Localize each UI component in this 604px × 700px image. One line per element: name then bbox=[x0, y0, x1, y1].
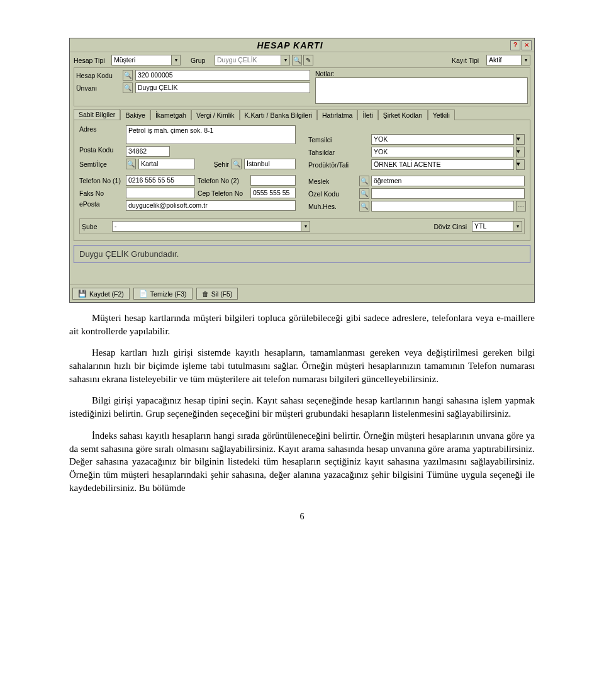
ozel-kodu-label: Özel Kodu bbox=[308, 190, 357, 198]
temsilci-label: Temsilci bbox=[308, 136, 357, 144]
clear-button[interactable]: 📄Temizle (F3) bbox=[133, 288, 193, 300]
tab-yetkili[interactable]: Yetkili bbox=[428, 110, 455, 120]
sehir-field[interactable]: İstanbul bbox=[244, 159, 296, 169]
search-icon[interactable]: 🔍 bbox=[359, 188, 369, 199]
adres-label: Adres bbox=[79, 125, 123, 144]
notlar-label: Notlar: bbox=[315, 70, 335, 77]
search-icon[interactable]: 🔍 bbox=[123, 82, 133, 93]
cep-label: Cep Telefon No bbox=[198, 189, 248, 197]
meslek-field[interactable]: öğretmen bbox=[371, 176, 525, 186]
titlebar: HESAP KARTI ? ✕ bbox=[70, 38, 534, 52]
search-icon[interactable]: 🔍 bbox=[359, 201, 369, 212]
adres-field[interactable]: Petrol iş mah. çimen sok. 8-1 bbox=[126, 125, 296, 144]
produktor-field[interactable]: ÖRNEK TALİ ACENTE bbox=[371, 159, 514, 170]
semt-label: Semt/İlçe bbox=[79, 161, 123, 168]
telefon1-field[interactable]: 0216 555 55 55 bbox=[126, 175, 195, 186]
tab-hatirlatma[interactable]: Hatırlatma bbox=[317, 110, 357, 120]
body-paragraph: Bilgi girişi yapacağınız hesap tipini se… bbox=[69, 394, 535, 420]
save-button[interactable]: 💾Kaydet (F2) bbox=[72, 288, 130, 300]
detail-icon[interactable]: ⋯ bbox=[516, 201, 526, 212]
save-icon: 💾 bbox=[78, 290, 87, 298]
tahsildar-field[interactable]: YOK bbox=[371, 147, 514, 157]
eposta-field[interactable]: duygucelik@polisoft.com.tr bbox=[126, 200, 296, 211]
search-icon[interactable]: 🔍 bbox=[359, 176, 369, 186]
telefon1-label: Telefon No (1) bbox=[79, 177, 123, 184]
chevron-down-icon: ▾ bbox=[281, 55, 290, 65]
kayit-tipi-label: Kayıt Tipi bbox=[452, 57, 486, 64]
status-text: Duygu ÇELİK Grubundadır. bbox=[74, 245, 530, 263]
close-icon[interactable]: ✕ bbox=[522, 40, 532, 50]
doviz-select[interactable]: YTL ▾ bbox=[472, 221, 522, 232]
help-icon[interactable]: ? bbox=[510, 40, 520, 50]
chevron-down-icon[interactable]: ▾ bbox=[516, 134, 525, 145]
grup-select[interactable]: Duygu ÇELİK ▾ bbox=[215, 55, 290, 65]
window-title: HESAP KARTI bbox=[70, 40, 510, 50]
sehir-label: Şehir bbox=[198, 161, 229, 168]
sube-select[interactable]: - ▾ bbox=[112, 221, 310, 232]
semt-field[interactable]: Kartal bbox=[138, 159, 195, 169]
tab-vergi-kimlik[interactable]: Vergi / Kimlik bbox=[191, 110, 240, 120]
clear-icon: 📄 bbox=[139, 290, 148, 298]
hesap-kodu-label: Hesap Kodu bbox=[76, 72, 120, 79]
faks-field[interactable] bbox=[126, 188, 195, 198]
chevron-down-icon: ▾ bbox=[172, 55, 181, 65]
footer-toolbar: 💾Kaydet (F2) 📄Temizle (F3) 🗑Sil (F5) bbox=[70, 285, 534, 302]
unvani-field[interactable]: Duygu ÇELİK bbox=[135, 82, 310, 93]
body-paragraph: Müşteri hesap kartlarında müşteri bilgil… bbox=[69, 312, 535, 337]
faks-label: Faks No bbox=[79, 189, 123, 197]
temsilci-field[interactable]: YOK bbox=[371, 134, 514, 145]
telefon2-field[interactable] bbox=[250, 175, 296, 186]
trash-icon: 🗑 bbox=[202, 290, 209, 298]
chevron-down-icon[interactable]: ▾ bbox=[516, 147, 525, 157]
tab-sabit-bilgiler[interactable]: Sabit Bilgiler bbox=[74, 109, 120, 120]
grup-label: Grup bbox=[191, 57, 215, 64]
tahsildar-label: Tahsildar bbox=[308, 149, 357, 156]
hesap-tipi-select[interactable]: Müşteri ▾ bbox=[111, 55, 181, 65]
chevron-down-icon[interactable]: ▾ bbox=[516, 159, 525, 170]
posta-kodu-label: Posta Kodu bbox=[79, 146, 123, 157]
body-paragraph: İndeks sahası kayıtlı hesapların hangi s… bbox=[69, 429, 535, 494]
hesap-karti-window: HESAP KARTI ? ✕ Hesap Tipi Müşteri ▾ Gru… bbox=[69, 38, 535, 303]
page-number: 6 bbox=[69, 512, 535, 522]
tab-panel-sabit: Adres Petrol iş mah. çimen sok. 8-1 Post… bbox=[74, 120, 530, 241]
tab-ikametgah[interactable]: İkametgah bbox=[150, 110, 191, 120]
eposta-label: ePosta bbox=[79, 200, 123, 211]
kayit-tipi-select[interactable]: Aktif ▾ bbox=[486, 55, 530, 65]
chevron-down-icon: ▾ bbox=[522, 55, 530, 65]
tab-sirket-kodlari[interactable]: Şirket Kodları bbox=[378, 110, 428, 120]
sube-label: Şube bbox=[82, 223, 107, 230]
ozel-kodu-field[interactable] bbox=[371, 188, 525, 199]
posta-kodu-field[interactable]: 34862 bbox=[126, 146, 170, 157]
chevron-down-icon: ▾ bbox=[301, 221, 310, 232]
search-icon[interactable]: 🔍 bbox=[123, 70, 133, 81]
muhhes-field[interactable] bbox=[371, 201, 514, 212]
hesap-kodu-field[interactable]: 320 000005 bbox=[135, 70, 310, 81]
cep-field[interactable]: 0555 555 55 55 bbox=[250, 188, 296, 198]
delete-button[interactable]: 🗑Sil (F5) bbox=[196, 288, 238, 300]
tab-ileti[interactable]: İleti bbox=[357, 110, 378, 120]
doviz-label: Döviz Cinsi bbox=[433, 223, 467, 230]
body-paragraph: Hesap kartları hızlı girişi sistemde kay… bbox=[69, 346, 535, 385]
tab-bakiye[interactable]: Bakiye bbox=[120, 110, 150, 120]
search-icon[interactable]: 🔍 bbox=[232, 159, 242, 169]
unvani-label: Ünvanı bbox=[76, 84, 120, 92]
telefon2-label: Telefon No (2) bbox=[198, 177, 248, 184]
chevron-down-icon: ▾ bbox=[513, 221, 522, 232]
produktor-label: Prodüktör/Tali bbox=[308, 161, 357, 169]
lookup-icon[interactable]: 🔍 bbox=[292, 55, 302, 65]
meslek-label: Meslek bbox=[308, 178, 357, 185]
tab-kkarti-banka[interactable]: K.Kartı / Banka Bilgileri bbox=[240, 110, 317, 120]
notlar-textarea[interactable] bbox=[315, 77, 528, 104]
edit-icon[interactable]: ✎ bbox=[303, 55, 313, 65]
hesap-tipi-label: Hesap Tipi bbox=[74, 57, 111, 64]
tabstrip: Sabit Bilgiler Bakiye İkametgah Vergi / … bbox=[74, 109, 530, 120]
search-icon[interactable]: 🔍 bbox=[126, 159, 136, 169]
muhhes-label: Muh.Hes. bbox=[308, 203, 357, 210]
